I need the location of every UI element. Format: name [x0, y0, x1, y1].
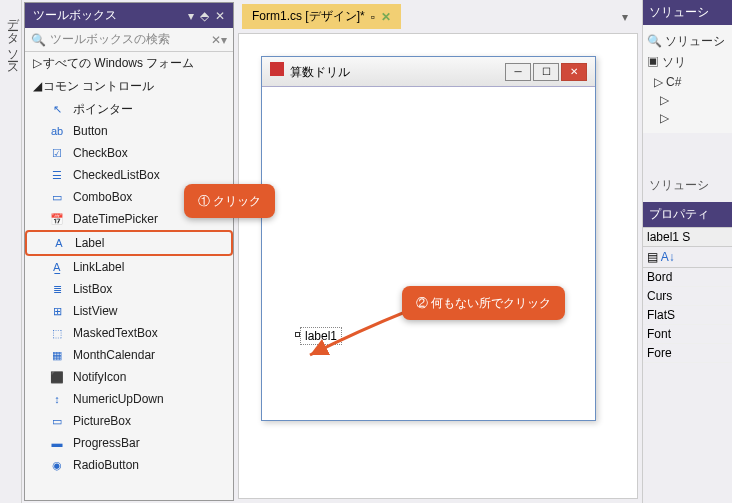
toolbox-item-listbox[interactable]: ≣ListBox	[25, 278, 233, 300]
category-windows-forms[interactable]: ▷すべての Windows フォーム	[25, 52, 233, 75]
toolbox-item-label: CheckedListBox	[73, 166, 160, 184]
toolbox-title-text: ツールボックス	[33, 7, 117, 24]
project-node[interactable]: ▷ C#	[647, 73, 728, 91]
project-sub1[interactable]: ▷	[647, 91, 728, 109]
tab-overflow-icon[interactable]: ▾	[616, 10, 634, 24]
project-sub2[interactable]: ▷	[647, 109, 728, 127]
toolbox-item-picturebox[interactable]: ▭PictureBox	[25, 410, 233, 432]
toolbox-item-label: MonthCalendar	[73, 346, 155, 364]
toolbox-item-label[interactable]: ALabel	[25, 230, 233, 256]
property-row[interactable]: Curs	[643, 287, 732, 306]
property-row[interactable]: FlatS	[643, 306, 732, 325]
properties-object[interactable]: label1 S	[643, 227, 732, 247]
label-control[interactable]: label1	[300, 327, 342, 345]
notifyicon-icon: ⬛	[49, 369, 65, 385]
designer-area: Form1.cs [デザイン]* ▫ ✕ ▾ 算数ドリル ─ ☐ ✕ label…	[234, 0, 642, 503]
side-tab-label: データ ソース	[6, 10, 20, 69]
dropdown-icon[interactable]: ▾	[188, 9, 194, 23]
toolbox-panel: ツールボックス ▾ ⬘ ✕ 🔍 ツールボックスの検索 ✕▾ ▷すべての Wind…	[24, 2, 234, 501]
tab-pin-icon[interactable]: ▫	[371, 10, 375, 24]
listbox-icon: ≣	[49, 281, 65, 297]
button-icon: ab	[49, 123, 65, 139]
cat-label: すべての Windows フォーム	[43, 56, 194, 70]
checkbox-icon: ☑	[49, 145, 65, 161]
monthcalendar-icon: ▦	[49, 347, 65, 363]
toolbox-item-label: ListView	[73, 302, 117, 320]
tab-close-icon[interactable]: ✕	[381, 10, 391, 24]
toolbox-item-label: DateTimePicker	[73, 210, 158, 228]
toolbox-titlebar: ツールボックス ▾ ⬘ ✕	[25, 3, 233, 28]
toolbox-item-label: LinkLabel	[73, 258, 124, 276]
properties-header[interactable]: プロパティ	[643, 202, 732, 227]
toolbox-item-label: ListBox	[73, 280, 112, 298]
solution-search[interactable]: 🔍 ソリューシ	[647, 31, 728, 52]
side-tab-datasource[interactable]: データ ソース	[0, 0, 22, 503]
category-common-controls[interactable]: ◢コモン コントロール	[25, 75, 233, 98]
form-title-text: 算数ドリル	[290, 65, 350, 79]
resize-handle[interactable]	[295, 332, 300, 337]
listview-icon: ⊞	[49, 303, 65, 319]
toolbox-item-label: MaskedTextBox	[73, 324, 158, 342]
document-tabbar: Form1.cs [デザイン]* ▫ ✕ ▾	[234, 0, 642, 29]
numericupdown-icon: ↕	[49, 391, 65, 407]
radiobutton-icon: ◉	[49, 457, 65, 473]
toolbox-item-label: RadioButton	[73, 456, 139, 474]
picturebox-icon: ▭	[49, 413, 65, 429]
toolbox-item-checkedlistbox[interactable]: ☰CheckedListBox	[25, 164, 233, 186]
toolbox-item-listview[interactable]: ⊞ListView	[25, 300, 233, 322]
toolbox-item-maskedtextbox[interactable]: ⬚MaskedTextBox	[25, 322, 233, 344]
datetimepicker-icon: 📅	[49, 211, 65, 227]
annotation-1: ① クリック	[184, 184, 275, 218]
form-window[interactable]: 算数ドリル ─ ☐ ✕ label1	[261, 56, 596, 421]
properties-toolbar[interactable]: ▤ A↓	[643, 247, 732, 268]
pin-icon[interactable]: ⬘	[200, 9, 209, 23]
toolbox-item-button[interactable]: abButton	[25, 120, 233, 142]
toolbox-item-label: ProgressBar	[73, 434, 140, 452]
form-titlebar: 算数ドリル ─ ☐ ✕	[262, 57, 595, 87]
search-placeholder: ツールボックスの検索	[50, 31, 170, 48]
annotation-2: ② 何もない所でクリック	[402, 286, 565, 320]
search-icon: 🔍	[31, 33, 46, 47]
toolbox-item-label: Button	[73, 122, 108, 140]
minimize-button[interactable]: ─	[505, 63, 531, 81]
solution-footer: ソリューシ	[643, 173, 732, 198]
toolbox-item-label: NumericUpDown	[73, 390, 164, 408]
toolbox-item-pointer[interactable]: ↖ポインター	[25, 98, 233, 120]
toolbox-search[interactable]: 🔍 ツールボックスの検索 ✕▾	[25, 28, 233, 52]
toolbox-item-label: ComboBox	[73, 188, 132, 206]
maskedtextbox-icon: ⬚	[49, 325, 65, 341]
solution-explorer-header[interactable]: ソリューシ	[643, 0, 732, 25]
designer-canvas[interactable]: 算数ドリル ─ ☐ ✕ label1	[238, 33, 638, 499]
right-panels: ソリューシ 🔍 ソリューシ ▣ ソリ ▷ C# ▷ ▷ ソリューシ プロパティ …	[642, 0, 732, 503]
linklabel-icon: A̲	[49, 259, 65, 275]
property-row[interactable]: Font	[643, 325, 732, 344]
combobox-icon: ▭	[49, 189, 65, 205]
maximize-button[interactable]: ☐	[533, 63, 559, 81]
pointer-icon: ↖	[49, 101, 65, 117]
tab-label: Form1.cs [デザイン]*	[252, 8, 365, 25]
toolbox-item-label: PictureBox	[73, 412, 131, 430]
clear-icon[interactable]: ✕▾	[211, 33, 227, 47]
toolbox-item-linklabel[interactable]: A̲LinkLabel	[25, 256, 233, 278]
toolbox-item-checkbox[interactable]: ☑CheckBox	[25, 142, 233, 164]
toolbox-item-notifyicon[interactable]: ⬛NotifyIcon	[25, 366, 233, 388]
form-icon	[270, 62, 284, 76]
toolbox-item-numericupdown[interactable]: ↕NumericUpDown	[25, 388, 233, 410]
document-tab[interactable]: Form1.cs [デザイン]* ▫ ✕	[242, 4, 401, 29]
toolbox-item-label: ポインター	[73, 100, 133, 118]
toolbox-item-radiobutton[interactable]: ◉RadioButton	[25, 454, 233, 476]
label-text: label1	[305, 329, 337, 343]
toolbox-item-label: CheckBox	[73, 144, 128, 162]
toolbox-item-label: NotifyIcon	[73, 368, 126, 386]
close-button[interactable]: ✕	[561, 63, 587, 81]
toolbox-item-monthcalendar[interactable]: ▦MonthCalendar	[25, 344, 233, 366]
solution-node[interactable]: ▣ ソリ	[647, 52, 728, 73]
progressbar-icon: ▬	[49, 435, 65, 451]
property-row[interactable]: Bord	[643, 268, 732, 287]
property-row[interactable]: Fore	[643, 344, 732, 363]
label-icon: A	[51, 235, 67, 251]
cat-label: コモン コントロール	[43, 79, 154, 93]
toolbox-item-label: Label	[75, 234, 104, 252]
close-icon[interactable]: ✕	[215, 9, 225, 23]
toolbox-item-progressbar[interactable]: ▬ProgressBar	[25, 432, 233, 454]
